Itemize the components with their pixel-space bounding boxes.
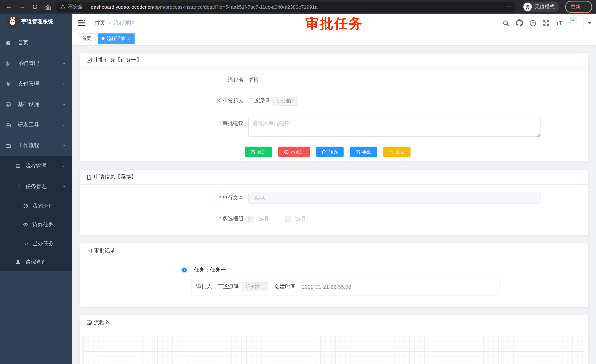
github-icon[interactable] xyxy=(516,19,523,27)
breadcrumb-home[interactable]: 首页 xyxy=(95,20,105,26)
checkbox-option-1[interactable]: 选项一 xyxy=(248,215,274,223)
sidebar-item-infra[interactable]: 基础设施 xyxy=(0,94,72,115)
tab-home[interactable]: 首页 xyxy=(78,33,95,44)
sidebar-item-system[interactable]: 系统管理 xyxy=(0,53,72,74)
browser-menu-icon[interactable]: ⋮ xyxy=(583,5,589,9)
toolbox-icon xyxy=(5,122,11,128)
tab-label: 流程详情 xyxy=(107,35,125,42)
sidebar-item-label: 我的流程 xyxy=(32,203,54,210)
security-indicator[interactable]: 不安全 xyxy=(60,3,83,10)
breadcrumb-current: 流程详情 xyxy=(114,20,135,26)
font-size-icon[interactable]: TT xyxy=(556,20,562,26)
navbar-actions: ? TT xyxy=(503,15,591,30)
workflow-submenu: 流程管理 任务管理 我的流程 待办任务 xyxy=(0,156,72,271)
text-field-label: 单行文本 xyxy=(222,194,244,200)
approval-card-title: 审批任务【任务一】 xyxy=(94,57,142,63)
suggestion-textarea[interactable] xyxy=(248,117,541,137)
textarea-resize-handle[interactable] xyxy=(537,134,540,137)
process-diagram-card: 流程图 xyxy=(80,315,589,364)
sidebar-item-workflow[interactable]: 工作流程 xyxy=(0,135,72,156)
application-card-header: 申请信息【滔博】 xyxy=(80,170,589,185)
list-icon xyxy=(15,163,21,169)
timeline-node: 任务：任务一 xyxy=(181,267,588,274)
process-name-label: 流程名 xyxy=(80,77,248,84)
single-line-text-input[interactable] xyxy=(248,192,541,204)
security-label: 不安全 xyxy=(68,3,83,10)
sidebar-item-todo-tasks[interactable]: 待办任务 xyxy=(0,215,72,234)
incognito-icon xyxy=(523,3,532,11)
url-separator xyxy=(87,4,87,10)
fullscreen-icon[interactable] xyxy=(543,20,550,26)
created-time-label: 创建时间： xyxy=(275,283,301,290)
hamburger-icon[interactable] xyxy=(78,20,85,26)
approval-actions: 通过 不通过 转办 委派 xyxy=(245,147,588,157)
reject-button[interactable]: 不通过 xyxy=(278,147,310,157)
delegate-button[interactable]: 委派 xyxy=(350,147,377,157)
sidebar-item-leave-query[interactable]: 请假查询 xyxy=(0,253,72,271)
checkbox-checked-icon[interactable] xyxy=(248,216,254,222)
monitor-icon xyxy=(5,102,11,107)
bpmn-canvas[interactable] xyxy=(83,336,585,364)
sidebar-item-label: 基础设施 xyxy=(18,101,39,108)
process-name-row: 流程名 滔博 xyxy=(80,76,589,84)
initiator-dept-tag: 研发部门 xyxy=(272,97,298,105)
sidebar-item-process-mgmt[interactable]: 流程管理 xyxy=(0,156,72,176)
application-card-title: 申请信息【滔博】 xyxy=(94,174,136,180)
approver-label: 审批人： xyxy=(196,283,217,290)
return-button[interactable]: 退回 xyxy=(383,147,410,157)
tab-close-icon[interactable]: × xyxy=(128,36,131,41)
browser-update-button[interactable]: 更新 ⋮ xyxy=(565,1,592,13)
approve-button[interactable]: 通过 xyxy=(245,147,272,157)
checkbox-option-2[interactable]: 选项二 xyxy=(285,215,311,223)
face-icon xyxy=(23,203,29,209)
avatar-caret-icon[interactable] xyxy=(588,22,592,24)
sidebar-item-my-process[interactable]: 我的流程 xyxy=(0,197,72,216)
help-icon[interactable]: ? xyxy=(529,20,536,26)
approver-value: 芋道源码 xyxy=(217,283,239,290)
gear-icon xyxy=(5,61,11,66)
sidebar-item-home[interactable]: 首页 xyxy=(0,33,72,53)
forward-icon[interactable]: → xyxy=(17,1,27,12)
breadcrumb: 首页 / 流程详情 xyxy=(95,20,135,26)
avatar[interactable] xyxy=(569,15,583,30)
url-text[interactable]: dashboard.yudao.iocoder.cn/bpm/process-i… xyxy=(91,4,503,10)
tab-process-detail[interactable]: 流程详情 × xyxy=(98,33,134,44)
application-info-card: 申请信息【滔博】 *单行文本 *多选框组 选项一 选项二 xyxy=(80,169,589,235)
button-label: 转办 xyxy=(329,149,338,155)
record-card-title: 审批记录 xyxy=(94,247,115,254)
chart-box-icon xyxy=(86,248,92,254)
required-asterisk: * xyxy=(219,120,221,126)
chevron-down-icon xyxy=(62,102,66,107)
checkbox-unchecked-icon[interactable] xyxy=(285,216,291,222)
button-label: 委派 xyxy=(362,149,371,155)
tags-view-bar: 首页 流程详情 × xyxy=(72,32,596,45)
search-icon[interactable] xyxy=(503,20,509,26)
sidebar-logo-row[interactable]: 芋道管理系统 xyxy=(0,14,72,29)
sidebar-item-done-tasks[interactable]: 已办任务 xyxy=(0,234,72,253)
required-asterisk: * xyxy=(219,194,221,200)
checkbox-group-label: 多选框组 xyxy=(222,215,244,221)
sidebar-item-task-mgmt[interactable]: 任务管理 xyxy=(0,176,72,197)
sidebar-item-label: 首页 xyxy=(18,40,29,46)
sidebar-item-devtools[interactable]: 研发工具 xyxy=(0,115,72,135)
text-field-row: *单行文本 xyxy=(80,192,589,204)
sidebar-item-label: 研发工具 xyxy=(18,122,39,128)
chevron-down-icon xyxy=(62,164,66,168)
sidebar-item-label: 流程管理 xyxy=(26,163,47,169)
url-path: /bpm/process-instance/detail?id=54aa251f… xyxy=(153,4,317,10)
user-icon xyxy=(15,259,21,265)
transfer-button[interactable]: 转办 xyxy=(316,147,344,157)
document-icon xyxy=(86,174,92,180)
bookmark-star-icon[interactable]: ☆ xyxy=(507,3,512,10)
suggestion-label-wrap: *审批建议 xyxy=(80,117,248,127)
chevron-up-icon xyxy=(62,184,66,189)
reload-icon[interactable] xyxy=(30,1,40,12)
edit-icon xyxy=(250,149,255,154)
url-bar[interactable]: 不安全 dashboard.yudao.iocoder.cn/bpm/proce… xyxy=(56,2,516,12)
back-icon[interactable]: ← xyxy=(4,1,15,12)
button-label: 退回 xyxy=(396,149,405,155)
sidebar-item-payment[interactable]: ¥ 支付管理 xyxy=(0,74,72,94)
approval-task-card: 审批任务【任务一】 流程名 滔博 流程发起人 芋道源码 研发部门 *审批建议 xyxy=(80,52,589,162)
home-icon[interactable] xyxy=(43,1,53,12)
breadcrumb-separator: / xyxy=(109,20,110,26)
